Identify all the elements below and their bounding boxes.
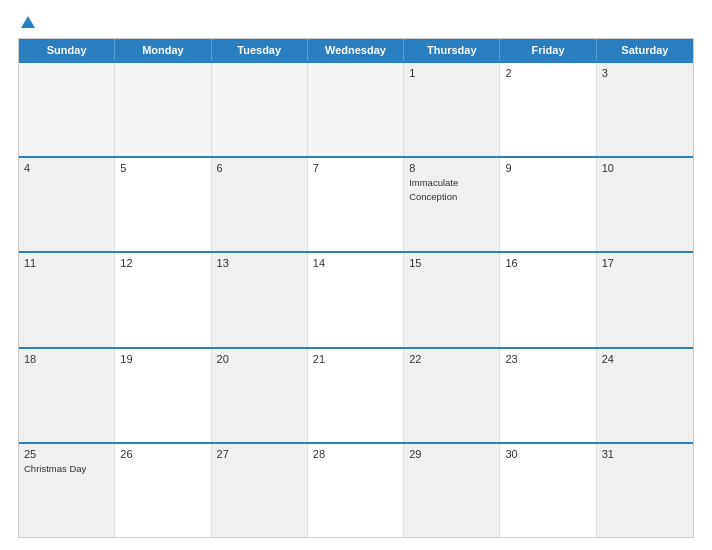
calendar-cell-5: 5 xyxy=(115,158,211,251)
day-number: 12 xyxy=(120,257,205,269)
header-sunday: Sunday xyxy=(19,39,115,61)
header-saturday: Saturday xyxy=(597,39,693,61)
day-number: 16 xyxy=(505,257,590,269)
calendar-cell-30: 30 xyxy=(500,444,596,537)
day-number: 14 xyxy=(313,257,398,269)
calendar-cell-23: 23 xyxy=(500,349,596,442)
calendar-cell-9: 9 xyxy=(500,158,596,251)
calendar-cell-empty xyxy=(308,63,404,156)
calendar-cell-1: 1 xyxy=(404,63,500,156)
calendar-cell-24: 24 xyxy=(597,349,693,442)
header-monday: Monday xyxy=(115,39,211,61)
calendar-cell-4: 4 xyxy=(19,158,115,251)
day-number: 1 xyxy=(409,67,494,79)
calendar-grid: Sunday Monday Tuesday Wednesday Thursday… xyxy=(18,38,694,538)
day-number: 23 xyxy=(505,353,590,365)
calendar-cell-28: 28 xyxy=(308,444,404,537)
day-number: 24 xyxy=(602,353,688,365)
day-number: 4 xyxy=(24,162,109,174)
day-number: 26 xyxy=(120,448,205,460)
day-number: 8 xyxy=(409,162,494,174)
calendar-cell-29: 29 xyxy=(404,444,500,537)
calendar-cell-14: 14 xyxy=(308,253,404,346)
calendar-body: 12345678Immaculate Conception91011121314… xyxy=(19,61,693,537)
day-number: 11 xyxy=(24,257,109,269)
calendar-cell-31: 31 xyxy=(597,444,693,537)
day-number: 21 xyxy=(313,353,398,365)
header-friday: Friday xyxy=(500,39,596,61)
day-number: 22 xyxy=(409,353,494,365)
calendar-cell-20: 20 xyxy=(212,349,308,442)
day-number: 15 xyxy=(409,257,494,269)
calendar-cell-empty xyxy=(212,63,308,156)
calendar-cell-8: 8Immaculate Conception xyxy=(404,158,500,251)
page-header xyxy=(18,16,694,30)
day-number: 30 xyxy=(505,448,590,460)
calendar-cell-13: 13 xyxy=(212,253,308,346)
day-number: 20 xyxy=(217,353,302,365)
day-number: 29 xyxy=(409,448,494,460)
calendar-cell-empty xyxy=(115,63,211,156)
calendar-week-2: 45678Immaculate Conception910 xyxy=(19,156,693,251)
day-number: 18 xyxy=(24,353,109,365)
calendar-cell-2: 2 xyxy=(500,63,596,156)
header-thursday: Thursday xyxy=(404,39,500,61)
event-label: Christmas Day xyxy=(24,463,86,474)
calendar-page: Sunday Monday Tuesday Wednesday Thursday… xyxy=(0,0,712,550)
calendar-cell-11: 11 xyxy=(19,253,115,346)
logo-triangle-icon xyxy=(21,16,35,28)
day-number: 3 xyxy=(602,67,688,79)
calendar-cell-17: 17 xyxy=(597,253,693,346)
calendar-week-5: 25Christmas Day262728293031 xyxy=(19,442,693,537)
day-number: 7 xyxy=(313,162,398,174)
calendar-cell-15: 15 xyxy=(404,253,500,346)
day-number: 19 xyxy=(120,353,205,365)
logo xyxy=(18,16,35,30)
day-number: 10 xyxy=(602,162,688,174)
calendar-cell-22: 22 xyxy=(404,349,500,442)
day-number: 13 xyxy=(217,257,302,269)
calendar-cell-10: 10 xyxy=(597,158,693,251)
event-label: Immaculate Conception xyxy=(409,177,458,201)
day-number: 2 xyxy=(505,67,590,79)
calendar-cell-18: 18 xyxy=(19,349,115,442)
calendar-cell-21: 21 xyxy=(308,349,404,442)
calendar-cell-6: 6 xyxy=(212,158,308,251)
calendar-cell-26: 26 xyxy=(115,444,211,537)
calendar-cell-16: 16 xyxy=(500,253,596,346)
day-number: 9 xyxy=(505,162,590,174)
day-number: 28 xyxy=(313,448,398,460)
calendar-cell-7: 7 xyxy=(308,158,404,251)
calendar-week-4: 18192021222324 xyxy=(19,347,693,442)
header-wednesday: Wednesday xyxy=(308,39,404,61)
day-number: 25 xyxy=(24,448,109,460)
calendar-cell-19: 19 xyxy=(115,349,211,442)
calendar-cell-27: 27 xyxy=(212,444,308,537)
day-number: 5 xyxy=(120,162,205,174)
calendar-cell-empty xyxy=(19,63,115,156)
day-number: 31 xyxy=(602,448,688,460)
calendar-week-1: 123 xyxy=(19,61,693,156)
header-tuesday: Tuesday xyxy=(212,39,308,61)
calendar-header-row: Sunday Monday Tuesday Wednesday Thursday… xyxy=(19,39,693,61)
calendar-week-3: 11121314151617 xyxy=(19,251,693,346)
calendar-cell-3: 3 xyxy=(597,63,693,156)
day-number: 27 xyxy=(217,448,302,460)
day-number: 6 xyxy=(217,162,302,174)
calendar-cell-12: 12 xyxy=(115,253,211,346)
day-number: 17 xyxy=(602,257,688,269)
calendar-cell-25: 25Christmas Day xyxy=(19,444,115,537)
